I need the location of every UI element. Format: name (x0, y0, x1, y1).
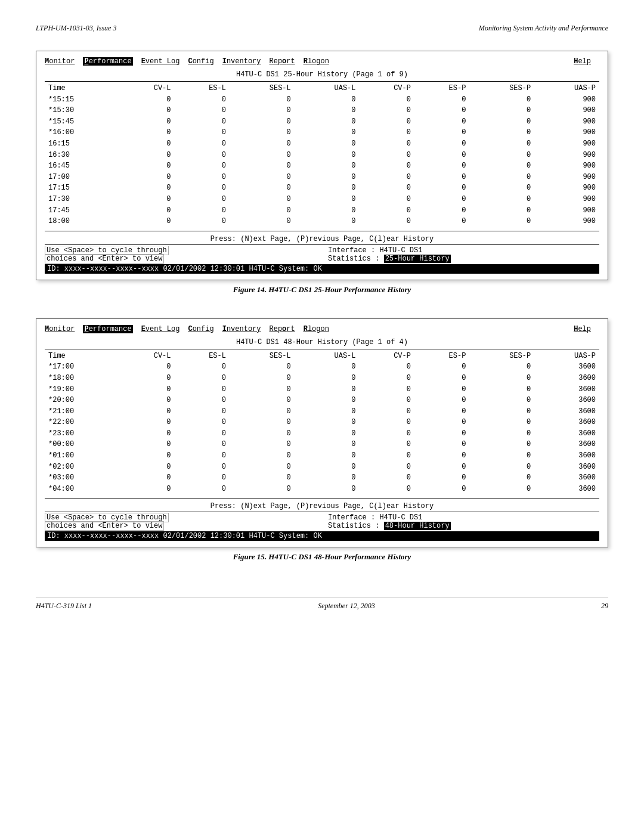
table-cell: 0 (414, 150, 469, 161)
hint-text-2: choices and <Enter> to view (45, 254, 164, 264)
table-cell: 0 (360, 472, 414, 484)
table-cell: 0 (230, 138, 295, 150)
terminal-2-title: H4TU-C DS1 48-Hour History (Page 1 of 4) (45, 338, 599, 346)
table-cell: 0 (230, 116, 295, 128)
table-cell: 0 (119, 94, 174, 106)
table-cell: 0 (469, 116, 534, 128)
menu-config-2[interactable]: Config (188, 325, 213, 333)
statistics-value-2: 48-Hour History (384, 522, 451, 530)
footer-left: H4TU-C-319 List 1 (36, 602, 92, 611)
table-cell: 17:15 (45, 182, 119, 194)
table-cell: 0 (295, 450, 360, 462)
table-cell: 0 (175, 194, 230, 205)
table-row: *01:0000000003600 (45, 450, 599, 462)
table-cell: 3600 (534, 417, 599, 428)
table-cell: 0 (469, 182, 534, 194)
menu-rlogon-2[interactable]: Rlogon (304, 325, 329, 333)
table-cell: 0 (295, 105, 360, 116)
menu-inventory[interactable]: Inventory (222, 57, 261, 66)
table-cell: 0 (360, 216, 414, 227)
table-cell: 900 (534, 94, 599, 106)
table-cell: 0 (119, 450, 174, 462)
table-cell: 0 (175, 182, 230, 194)
menu-help[interactable]: Help (574, 57, 591, 66)
table-cell: 0 (230, 428, 295, 439)
table-cell: 0 (414, 105, 469, 116)
table-cell: 0 (360, 205, 414, 216)
table-cell: *22:00 (45, 417, 119, 428)
table-cell: 3600 (534, 361, 599, 373)
menu-eventlog-2[interactable]: Event Log (141, 325, 180, 333)
table-row: 16:150000000900 (45, 138, 599, 150)
table-cell: 0 (360, 116, 414, 128)
terminal-1-title: H4TU-C DS1 25-Hour History (Page 1 of 9) (45, 70, 599, 79)
table-cell: 0 (295, 172, 360, 183)
table-cell: 0 (230, 94, 295, 106)
table-cell: 3600 (534, 384, 599, 395)
menu-rlogon[interactable]: Rlogon (304, 57, 329, 66)
table-cell: 0 (360, 406, 414, 417)
table-cell: 0 (414, 417, 469, 428)
interface-info-2: Interface : H4TU-C DS1 Statistics : 48-H… (328, 513, 599, 530)
table-cell: 0 (119, 373, 174, 384)
table-cell: 16:30 (45, 150, 119, 161)
table-cell: *02:00 (45, 462, 119, 473)
menu-report-2[interactable]: Report (269, 325, 295, 333)
menu-performance[interactable]: Performance (83, 57, 132, 66)
table-row: *19:0000000003600 (45, 384, 599, 395)
menu-config[interactable]: Config (188, 57, 213, 66)
menu-performance-2[interactable]: Performance (83, 325, 132, 333)
table-cell: 900 (534, 216, 599, 227)
table-cell: *16:00 (45, 127, 119, 138)
table-cell: 0 (175, 450, 230, 462)
table-cell: 0 (119, 160, 174, 172)
table-cell: 0 (230, 127, 295, 138)
table-cell: *23:00 (45, 428, 119, 439)
table-cell: 0 (414, 439, 469, 450)
table-cell: 0 (360, 417, 414, 428)
table-cell: 0 (175, 373, 230, 384)
table-cell: 0 (119, 462, 174, 473)
menu-eventlog[interactable]: Event Log (141, 57, 180, 66)
table-cell: 0 (230, 384, 295, 395)
interface-value-2: H4TU-C DS1 (379, 513, 422, 522)
table-cell: 0 (175, 395, 230, 406)
figure-1-caption: Figure 14. H4TU-C DS1 25-Hour Performanc… (36, 285, 608, 295)
statistics-label-1: Statistics : (328, 255, 379, 263)
terminal-1-footer: Press: (N)ext Page, (P)revious Page, C(l… (45, 235, 599, 243)
table-cell: 16:45 (45, 160, 119, 172)
menu-monitor-2[interactable]: Monitor (45, 325, 75, 333)
figure-1: Monitor Performance Event Log Config Inv… (36, 51, 608, 295)
hint-lines-1: Use <Space> to cycle through choices and… (45, 246, 316, 263)
table-cell: 0 (175, 205, 230, 216)
table-cell: 0 (119, 361, 174, 373)
table-cell: 0 (360, 194, 414, 205)
table-cell: 0 (175, 160, 230, 172)
menu-monitor[interactable]: Monitor (45, 57, 75, 66)
table-cell: 18:00 (45, 216, 119, 227)
table-cell: 0 (230, 406, 295, 417)
table-row: *18:0000000003600 (45, 373, 599, 384)
table-cell: 0 (175, 150, 230, 161)
table-cell: 0 (175, 417, 230, 428)
table-cell: 0 (119, 127, 174, 138)
table-cell: 0 (230, 484, 295, 495)
table-cell: 0 (414, 484, 469, 495)
table-cell: 0 (119, 472, 174, 484)
menu-inventory-2[interactable]: Inventory (222, 325, 261, 333)
table-cell: 900 (534, 116, 599, 128)
page-footer: H4TU-C-319 List 1 September 12, 2003 29 (36, 597, 608, 611)
col2-uasp: UAS-P (534, 351, 599, 362)
terminal-1: Monitor Performance Event Log Config Inv… (36, 51, 608, 280)
menu-report[interactable]: Report (269, 57, 295, 66)
col2-esl: ES-L (175, 351, 230, 362)
interface-row-1: Interface : H4TU-C DS1 (328, 246, 599, 255)
table-cell: 0 (360, 462, 414, 473)
table-row: *02:0000000003600 (45, 462, 599, 473)
table-cell: *01:00 (45, 450, 119, 462)
table-row: 16:300000000900 (45, 150, 599, 161)
table-cell: 0 (295, 384, 360, 395)
table-cell: 17:30 (45, 194, 119, 205)
menu-help-2[interactable]: Help (574, 325, 591, 333)
statistics-value-1: 25-Hour History (384, 255, 451, 263)
